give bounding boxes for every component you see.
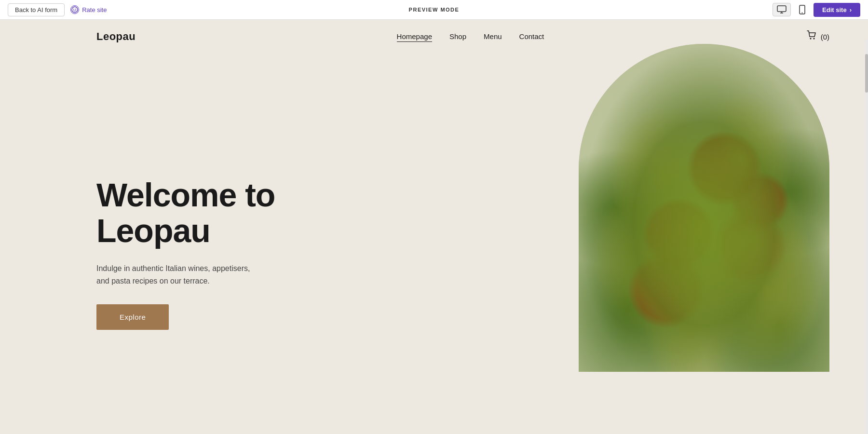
- topbar: Back to AI form Rate site PREVIEW MODE: [0, 0, 868, 20]
- hero-content: Welcome to Leopau Indulge in authentic I…: [96, 177, 347, 330]
- edit-site-button[interactable]: Edit site ›: [814, 3, 860, 17]
- edit-site-arrow: ›: [850, 6, 852, 14]
- hero-title: Welcome to Leopau: [96, 177, 347, 249]
- nav-link-homepage[interactable]: Homepage: [397, 32, 432, 42]
- cart-icon: [805, 29, 818, 44]
- hero-subtitle: Indulge in authentic Italian wines, appe…: [96, 262, 260, 287]
- nav-item-homepage[interactable]: Homepage: [397, 32, 432, 41]
- nav-links: Homepage Shop Menu Contact: [397, 32, 544, 41]
- svg-rect-3: [777, 6, 786, 12]
- rate-site-label: Rate site: [82, 6, 107, 14]
- mobile-icon: [799, 5, 805, 14]
- svg-point-0: [72, 7, 78, 13]
- svg-point-8: [810, 38, 811, 40]
- nav-item-menu[interactable]: Menu: [484, 32, 502, 41]
- cart-count: (0): [821, 33, 829, 41]
- edit-site-label: Edit site: [822, 6, 847, 14]
- explore-button[interactable]: Explore: [96, 304, 169, 330]
- desktop-view-button[interactable]: [773, 3, 791, 16]
- desktop-icon: [777, 5, 787, 14]
- svg-point-2: [75, 9, 76, 10]
- svg-point-1: [73, 9, 74, 10]
- back-to-form-button[interactable]: Back to AI form: [8, 3, 65, 16]
- site-logo: Leopau: [96, 30, 136, 43]
- preview-mode-label: PREVIEW MODE: [409, 7, 460, 13]
- rate-icon: [70, 5, 79, 14]
- nav-link-menu[interactable]: Menu: [484, 32, 502, 41]
- cart-button[interactable]: (0): [805, 29, 829, 44]
- nav-item-shop[interactable]: Shop: [449, 32, 466, 41]
- scrollbar-thumb: [865, 54, 868, 93]
- hero-image: [579, 44, 829, 372]
- topbar-right: Edit site ›: [773, 2, 860, 17]
- svg-point-9: [813, 38, 814, 40]
- nav-link-shop[interactable]: Shop: [449, 32, 466, 41]
- hero-section: Welcome to Leopau Indulge in authentic I…: [0, 54, 868, 434]
- nav-item-contact[interactable]: Contact: [519, 32, 544, 41]
- site-preview: Leopau Homepage Shop Menu Contact: [0, 20, 868, 434]
- mobile-view-button[interactable]: [795, 2, 810, 17]
- food-image-canvas: [579, 44, 829, 372]
- topbar-left: Back to AI form Rate site: [8, 3, 107, 16]
- rate-site-button[interactable]: Rate site: [70, 5, 107, 14]
- scrollbar[interactable]: [865, 40, 868, 434]
- site-navigation: Leopau Homepage Shop Menu Contact: [0, 20, 868, 54]
- nav-link-contact[interactable]: Contact: [519, 32, 544, 41]
- svg-point-7: [802, 13, 803, 14]
- food-layer: [579, 44, 829, 372]
